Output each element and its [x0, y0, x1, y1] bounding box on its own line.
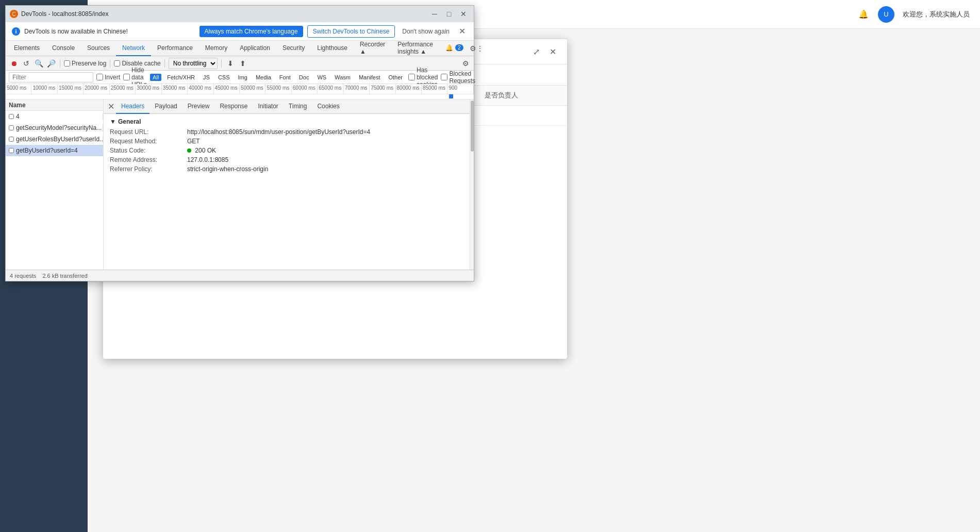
maximize-button[interactable]: □: [443, 10, 455, 18]
row-label-security: getSecurityModel?securityNa...: [16, 124, 102, 131]
referrer-label: Referrer Policy:: [110, 165, 187, 173]
badge-count: 2: [455, 44, 463, 51]
tab-application[interactable]: Application: [234, 41, 276, 56]
blocked-requests-checkbox[interactable]: [441, 74, 447, 80]
scrollbar[interactable]: [470, 99, 474, 270]
tick-70000: 70000 ms: [344, 84, 370, 94]
preserve-log-label[interactable]: Preserve log: [64, 60, 106, 67]
invert-label[interactable]: Invert: [96, 74, 120, 81]
minimize-button[interactable]: ─: [428, 10, 441, 18]
disable-cache-checkbox[interactable]: [114, 60, 120, 66]
network-settings-icon[interactable]: ⚙: [460, 58, 471, 69]
filter-doc-button[interactable]: Doc: [296, 74, 312, 81]
info-icon: i: [12, 27, 20, 36]
switch-chinese-button[interactable]: Switch DevTools to Chinese: [307, 25, 395, 38]
details-close-button[interactable]: ✕: [106, 102, 116, 112]
browser-favicon: C: [10, 10, 18, 18]
close-button[interactable]: ✕: [457, 10, 470, 18]
refresh-button[interactable]: ↺: [21, 58, 31, 69]
filter-all-button[interactable]: All: [150, 74, 161, 81]
hide-data-urls-checkbox[interactable]: [123, 74, 130, 80]
filter-wasm-button[interactable]: Wasm: [332, 74, 353, 81]
filter-js-button[interactable]: JS: [201, 74, 212, 81]
dont-show-again-button[interactable]: Don't show again: [399, 27, 453, 36]
banner-close-button[interactable]: ✕: [457, 26, 468, 36]
tab-network[interactable]: Network: [116, 41, 151, 56]
details-tab-cookies[interactable]: Cookies: [312, 99, 344, 114]
filter-other-button[interactable]: Other: [386, 74, 406, 81]
request-method-row: Request Method: GET: [110, 138, 468, 145]
settings-icon[interactable]: ⚙: [470, 43, 476, 54]
details-tab-headers[interactable]: Headers: [116, 99, 150, 114]
tab-sources[interactable]: Sources: [81, 41, 116, 56]
import-icon[interactable]: ⬇: [225, 58, 236, 69]
preserve-log-checkbox[interactable]: [64, 60, 70, 66]
filter-media-button[interactable]: Media: [253, 74, 274, 81]
filter-font-button[interactable]: Font: [277, 74, 293, 81]
tab-memory[interactable]: Memory: [199, 41, 234, 56]
row-checkbox-security[interactable]: [9, 125, 14, 130]
has-blocked-checkbox[interactable]: [408, 74, 415, 80]
section-general-title[interactable]: ▼ General: [110, 118, 468, 125]
modal-close-button[interactable]: ✕: [546, 45, 559, 58]
favicon-text: C: [12, 11, 15, 17]
more-options-icon[interactable]: ⋮: [476, 43, 484, 54]
match-language-button[interactable]: Always match Chrome's language: [200, 26, 303, 37]
devtools-toolbar: ⏺ ↺ 🔍 🔎 Preserve log Disable cache No th…: [6, 56, 474, 71]
blocked-requests-label[interactable]: Blocked Requests: [441, 70, 475, 85]
row-name-getbyuserid: getByUserId?userId=4: [6, 147, 103, 154]
tick-25000: 25000 ms: [110, 84, 136, 94]
blocked-requests-text: Blocked Requests: [449, 70, 475, 85]
details-tab-payload[interactable]: Payload: [150, 99, 182, 114]
tab-elements[interactable]: Elements: [8, 41, 46, 56]
modal-expand-button[interactable]: ⤢: [530, 45, 542, 58]
details-tab-response[interactable]: Response: [214, 99, 253, 114]
table-row-selected[interactable]: getByUserId?userId=4: [6, 145, 103, 156]
table-row[interactable]: 4: [6, 111, 103, 122]
tick-45000: 45000 ms: [214, 84, 240, 94]
table-row[interactable]: getUserRolesByUserId?userId...: [6, 134, 103, 145]
details-tab-timing[interactable]: Timing: [284, 99, 312, 114]
search-icon[interactable]: 🔎: [46, 58, 56, 69]
modal-controls: ⤢ ✕: [530, 45, 559, 58]
table-row[interactable]: getSecurityModel?securityNa...: [6, 122, 103, 134]
tab-console[interactable]: Console: [46, 41, 81, 56]
tab-security[interactable]: Security: [276, 41, 311, 56]
filter-fetch-xhr-button[interactable]: Fetch/XHR: [164, 74, 197, 81]
details-tabs: ✕ Headers Payload Preview Response Initi…: [104, 99, 474, 114]
filter-input[interactable]: [9, 72, 93, 82]
status-indicator: [187, 148, 191, 153]
status-value: 200 OK: [187, 147, 468, 154]
filter-ws-button[interactable]: WS: [314, 74, 329, 81]
tab-performance[interactable]: Performance: [151, 41, 199, 56]
filter-manifest-button[interactable]: Manifest: [356, 74, 383, 81]
row-checkbox-getbyuserid[interactable]: [9, 148, 14, 153]
details-tab-preview[interactable]: Preview: [182, 99, 215, 114]
status-label: Status Code:: [110, 147, 187, 154]
filter-icon[interactable]: 🔍: [34, 58, 44, 69]
invert-checkbox[interactable]: [96, 74, 103, 80]
throttling-select[interactable]: No throttling: [169, 58, 218, 69]
details-tab-initiator[interactable]: Initiator: [253, 99, 283, 114]
export-icon[interactable]: ⬆: [238, 58, 248, 69]
network-panel: Name 4 getSecurityModel?securityNa... ge…: [6, 99, 474, 270]
tab-performance-insights[interactable]: Performance insights ▲: [391, 41, 439, 56]
devtools-window: C DevTools - localhost:8085/index ─ □ ✕ …: [5, 5, 474, 281]
remote-value: 127.0.0.1:8085: [187, 156, 468, 163]
tick-85000: 85000 ms: [422, 84, 447, 94]
status-bar: 4 requests 2.6 kB transferred: [6, 270, 474, 281]
tab-lighthouse[interactable]: Lighthouse: [311, 41, 354, 56]
filter-css-button[interactable]: CSS: [215, 74, 232, 81]
record-button[interactable]: ⏺: [9, 58, 19, 69]
tab-notification-badge[interactable]: 🔔 2: [439, 41, 470, 56]
name-col-header: Name: [6, 99, 103, 111]
row-checkbox-getroles[interactable]: [9, 137, 14, 142]
row-checkbox-4[interactable]: [9, 114, 14, 119]
tick-80000: 80000 ms: [396, 84, 422, 94]
method-value: GET: [187, 138, 468, 145]
filter-img-button[interactable]: Img: [236, 74, 250, 81]
info-banner: i DevTools is now available in Chinese! …: [6, 22, 474, 41]
tab-recorder[interactable]: Recorder ▲: [354, 41, 391, 56]
disable-cache-label[interactable]: Disable cache: [114, 60, 160, 67]
notification-icon[interactable]: 🔔: [857, 8, 870, 21]
